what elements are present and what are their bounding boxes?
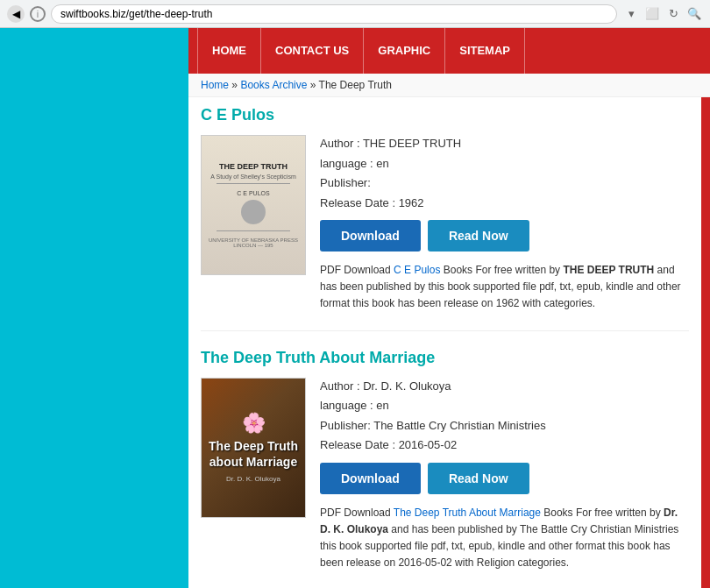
nav-home[interactable]: HOME — [197, 28, 261, 74]
book1-cover-shape — [241, 200, 266, 224]
book1-read-now-button[interactable]: Read Now — [428, 220, 529, 251]
book1-desc-link[interactable]: C E Pulos — [394, 264, 440, 276]
book2-release-value: 2016-05-02 — [399, 438, 458, 451]
content-column: C E Pulos THE DEEP TRUTH A Study of Shel… — [188, 97, 701, 588]
navigation-bar: HOME CONTACT US GRAPHIC SITEMAP — [188, 28, 710, 74]
book2-cover-inner: 🌸 The Deep Truth about Marriage Dr. D. K… — [207, 384, 300, 512]
back-icon: ◀ — [12, 8, 20, 20]
book-entry-2: The Deep Truth About Marriage 🌸 The Deep… — [201, 349, 689, 588]
breadcrumb-sep2: » — [310, 79, 316, 91]
book2-desc-link[interactable]: The Deep Truth About Marriage — [394, 507, 543, 519]
book2-publisher-value: The Battle Cry Christian Ministries — [373, 419, 546, 432]
book2-download-button[interactable]: Download — [320, 463, 421, 494]
book2-meta: Author : Dr. D. K. Olukoya language : en… — [320, 378, 689, 454]
content-area: C E Pulos THE DEEP TRUTH A Study of Shel… — [188, 97, 701, 588]
right-red-bar — [701, 97, 710, 588]
book1-publisher-line: Publisher: — [320, 174, 689, 192]
book1-author-label: Author : — [320, 137, 360, 150]
book1-cover-subtitle: A Study of Shelley's Scepticism — [210, 174, 295, 181]
breadcrumb-books-archive[interactable]: Books Archive — [240, 79, 307, 91]
book1-info: Author : THE DEEP TRUTH language : en Pu… — [320, 135, 689, 313]
book2-flower-icon: 🌸 — [242, 412, 266, 435]
book2-release-label: Release Date : — [320, 438, 395, 451]
book2-language-label: language : — [320, 399, 373, 412]
book1-language-line: language : en — [320, 155, 689, 173]
book2-language-value: en — [376, 399, 388, 412]
book2-release-line: Release Date : 2016-05-02 — [320, 436, 689, 454]
book2-language-line: language : en — [320, 397, 689, 414]
book1-language-value: en — [376, 157, 388, 170]
dropdown-button[interactable]: ▾ — [622, 5, 640, 23]
breadcrumb-current: The Deep Truth — [319, 79, 392, 91]
book1-publisher-label: Publisher: — [320, 176, 371, 189]
book1-cover-author: C E PULOS — [237, 190, 269, 196]
book1-btn-row: Download Read Now — [320, 220, 689, 251]
book2-description: PDF Download The Deep Truth About Marria… — [320, 505, 689, 572]
tab-button[interactable]: ⬜ — [643, 5, 661, 23]
left-sidebar — [0, 28, 188, 588]
search-button[interactable]: 🔍 — [685, 5, 703, 23]
book1-meta: Author : THE DEEP TRUTH language : en Pu… — [320, 135, 689, 211]
refresh-button[interactable]: ↻ — [664, 5, 682, 23]
book1-cover-divider2 — [217, 230, 291, 231]
browser-toolbar: ▾ ⬜ ↻ 🔍 — [622, 5, 703, 23]
book2-cover-title: The Deep Truth about Marriage — [207, 438, 300, 470]
nav-contact[interactable]: CONTACT US — [261, 28, 364, 74]
nav-graphic[interactable]: GRAPHIC — [364, 28, 445, 74]
main-content: HOME CONTACT US GRAPHIC SITEMAP Home » B… — [188, 28, 710, 588]
back-button[interactable]: ◀ — [7, 5, 25, 23]
book2-title: The Deep Truth About Marriage — [201, 349, 689, 367]
breadcrumb-home[interactable]: Home — [201, 79, 229, 91]
content-wrapper: C E Pulos THE DEEP TRUTH A Study of Shel… — [188, 97, 710, 588]
book1-cover-divider — [217, 183, 291, 184]
book1-cover-image: THE DEEP TRUTH A Study of Shelley's Scep… — [201, 135, 306, 275]
book1-cover: THE DEEP TRUTH A Study of Shelley's Scep… — [201, 135, 306, 275]
book1-cover-univ: UNIVERSITY OF NEBRASKA PRESS LINCOLN — 1… — [207, 237, 300, 248]
book2-author-value: Dr. D. K. Olukoya — [363, 379, 451, 393]
book2-cover: 🌸 The Deep Truth about Marriage Dr. D. K… — [201, 378, 306, 518]
book2-details-row: 🌸 The Deep Truth about Marriage Dr. D. K… — [201, 378, 689, 572]
book1-language-label: language : — [320, 157, 373, 170]
page-wrapper: HOME CONTACT US GRAPHIC SITEMAP Home » B… — [0, 28, 710, 588]
browser-chrome: ◀ i ▾ ⬜ ↻ 🔍 — [0, 0, 710, 28]
book1-download-button[interactable]: Download — [320, 220, 421, 251]
book2-cover-image: 🌸 The Deep Truth about Marriage Dr. D. K… — [201, 378, 306, 518]
book2-btn-row: Download Read Now — [320, 463, 689, 494]
book2-cover-author: Dr. D. K. Olukoya — [226, 475, 280, 483]
book1-title: C E Pulos — [201, 106, 689, 124]
breadcrumb: Home » Books Archive » The Deep Truth — [188, 74, 710, 97]
book1-author-value: THE DEEP TRUTH — [363, 137, 461, 150]
book2-publisher-label: Publisher: — [320, 419, 371, 432]
address-bar[interactable] — [51, 4, 617, 24]
book1-release-label: Release Date : — [320, 196, 395, 209]
info-icon[interactable]: i — [30, 6, 46, 22]
breadcrumb-sep1: » — [231, 79, 238, 91]
book1-author-line: Author : THE DEEP TRUTH — [320, 135, 689, 152]
book2-author-line: Author : Dr. D. K. Olukoya — [320, 378, 689, 395]
book2-read-now-button[interactable]: Read Now — [428, 463, 529, 494]
book1-release-value: 1962 — [399, 196, 424, 209]
book1-details-row: THE DEEP TRUTH A Study of Shelley's Scep… — [201, 135, 689, 313]
book2-publisher-line: Publisher: The Battle Cry Christian Mini… — [320, 417, 689, 435]
book1-cover-title: THE DEEP TRUTH — [219, 162, 288, 172]
book-entry-1: C E Pulos THE DEEP TRUTH A Study of Shel… — [201, 106, 689, 331]
nav-sitemap[interactable]: SITEMAP — [445, 28, 525, 74]
book1-description: PDF Download C E Pulos Books For free wr… — [320, 262, 689, 313]
book2-author-label: Author : — [320, 379, 360, 393]
book2-info: Author : Dr. D. K. Olukoya language : en… — [320, 378, 689, 572]
book1-release-line: Release Date : 1962 — [320, 195, 689, 212]
